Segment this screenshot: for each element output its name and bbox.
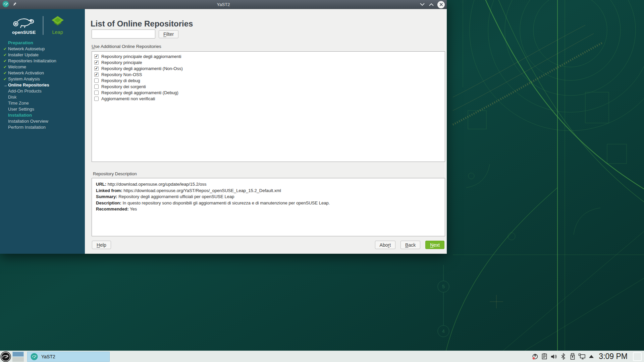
task-label: YaST2 <box>41 354 55 359</box>
clipboard-icon[interactable] <box>540 353 548 361</box>
repository-label: Aggiornamenti non verificati <box>101 96 155 101</box>
abort-button[interactable]: Abort <box>375 241 395 249</box>
description-field-value: Repository degli aggiornamenti ufficiali… <box>118 194 234 199</box>
checkbox[interactable] <box>94 90 99 95</box>
clock[interactable]: 3:09 PM <box>599 352 628 361</box>
maximize-icon[interactable] <box>428 2 434 8</box>
show-desktop-button[interactable] <box>633 352 642 361</box>
filter-button-post: ilter <box>166 32 174 37</box>
logo-divider <box>43 16 43 35</box>
step-label: Disk <box>8 95 16 100</box>
wallpaper-circle-4: 4 <box>442 328 445 334</box>
volume-icon[interactable] <box>550 353 558 361</box>
checkbox[interactable]: ✓ <box>94 72 99 77</box>
yast-app-icon <box>2 1 9 9</box>
checkbox[interactable]: ✓ <box>94 66 99 71</box>
close-icon[interactable] <box>437 1 445 8</box>
description-line: Recommended: Yes <box>96 206 441 213</box>
step-label: Add-On Products <box>8 88 42 94</box>
repository-label: Repository degli aggiornamenti (Debug) <box>101 90 178 95</box>
step-marker-icon: ✔ <box>3 76 8 82</box>
task-button-yast2[interactable]: YaST2 <box>27 352 110 362</box>
description-field-label: Description: <box>96 200 121 205</box>
opensuse-chameleon-logo <box>12 23 35 29</box>
leap-diamond-logo <box>50 23 65 29</box>
pager-desktop-2[interactable] <box>12 357 24 362</box>
main-pane: List of Online Repositories Filter Use A… <box>85 9 447 254</box>
checkbox[interactable] <box>94 97 99 101</box>
yast2-window: YaST2 <box>0 0 447 254</box>
window-title: YaST2 <box>0 2 447 7</box>
repository-row[interactable]: Repository degli aggiornamenti (Debug) <box>94 89 445 96</box>
pin-icon[interactable] <box>12 2 17 8</box>
repository-label: Repository dei sorgenti <box>101 84 146 89</box>
expand-tray-icon[interactable] <box>587 353 595 361</box>
repository-row[interactable]: Aggiornamenti non verificati <box>94 96 445 102</box>
installer-step: Time Zone <box>3 100 83 106</box>
step-label: Network Autosetup <box>8 46 45 51</box>
filter-button[interactable]: Filter <box>159 30 178 38</box>
description-field-label: Recommended: <box>96 206 129 212</box>
filter-input[interactable] <box>92 29 155 39</box>
app-launcher-button[interactable] <box>0 351 11 362</box>
help-button[interactable]: Help <box>92 241 111 249</box>
repository-row[interactable]: ✓ Repository Non-OSS <box>94 71 445 77</box>
installer-step: Preparation <box>3 40 83 46</box>
step-label: Online Repositories <box>8 82 49 87</box>
step-label: Installation Overview <box>8 119 48 124</box>
description-label: Repository Description <box>93 171 137 176</box>
installer-step: ✔Repositories Initialization <box>3 58 83 64</box>
minimize-icon[interactable] <box>419 2 425 8</box>
installer-step: ✔System Analysis <box>3 76 83 82</box>
pager-desktop-1[interactable] <box>12 352 24 357</box>
filter-button-key: F <box>163 32 166 37</box>
network-icon[interactable] <box>578 353 586 361</box>
checkbox[interactable] <box>94 84 99 89</box>
description-field-value: Yes <box>130 206 137 212</box>
step-label: System Analysis <box>8 76 40 81</box>
installer-step: ✔Welcome <box>3 64 83 70</box>
updates-icon[interactable] <box>531 353 539 361</box>
installer-step: ✔Network Autosetup <box>3 46 83 52</box>
checkbox[interactable]: ✓ <box>94 60 99 65</box>
wallpaper-circle-5: 5 <box>442 284 445 289</box>
bluetooth-icon[interactable] <box>559 353 567 361</box>
opensuse-launcher-icon <box>0 351 11 362</box>
installer-step: Disk <box>3 94 83 100</box>
repository-label: Repository principale <box>101 60 142 65</box>
installer-step: Perform Installation <box>3 124 83 130</box>
step-label: Installer Update <box>8 52 39 57</box>
step-marker-icon: ✔ <box>3 64 8 70</box>
step-label: Perform Installation <box>8 125 46 130</box>
installer-step: ✔Installer Update <box>3 52 83 58</box>
repository-row[interactable]: ✓ Repository principale <box>94 59 445 65</box>
repository-label: Repository degli aggiornamenti (Non-Oss) <box>101 66 183 71</box>
repository-list[interactable]: ✓ Repository principale degli aggiorname… <box>92 51 445 162</box>
repository-row[interactable]: ✓ Repository degli aggiornamenti (Non-Os… <box>94 65 445 71</box>
description-field-label: Summary: <box>96 194 117 199</box>
step-marker-icon: → <box>3 82 8 88</box>
repository-row[interactable]: ✓ Repository principale degli aggiorname… <box>94 53 445 59</box>
checkbox[interactable]: ✓ <box>94 54 99 59</box>
titlebar[interactable]: YaST2 <box>0 0 447 9</box>
description-field-label: Linked from: <box>96 188 122 193</box>
repository-description: URL: http://download.opensuse.org/update… <box>92 178 445 236</box>
opensuse-wordmark: openSUSE <box>12 30 36 35</box>
step-marker-icon: ✔ <box>3 58 8 64</box>
page-title: List of Online Repositories <box>91 19 193 28</box>
installer-step: Installation Overview <box>3 118 83 124</box>
step-label: Preparation <box>8 40 33 45</box>
usb-device-icon[interactable] <box>569 353 577 361</box>
description-line: URL: http://download.opensuse.org/update… <box>96 181 441 188</box>
yast-task-icon <box>31 353 38 360</box>
virtual-desktop-pager[interactable] <box>12 352 24 362</box>
installer-step: Add-On Products <box>3 88 83 94</box>
repository-row[interactable]: Repository dei sorgenti <box>94 83 445 89</box>
step-label: User Settings <box>8 107 34 112</box>
checkbox[interactable] <box>94 78 99 83</box>
description-field-value: In questo repository sono disponibili gl… <box>122 200 330 205</box>
next-button[interactable]: Next <box>425 241 444 249</box>
description-field-value: https://download.opensuse.org/YaST/Repos… <box>123 188 281 193</box>
back-button[interactable]: Back <box>400 241 420 249</box>
repository-row[interactable]: Repository di debug <box>94 77 445 83</box>
